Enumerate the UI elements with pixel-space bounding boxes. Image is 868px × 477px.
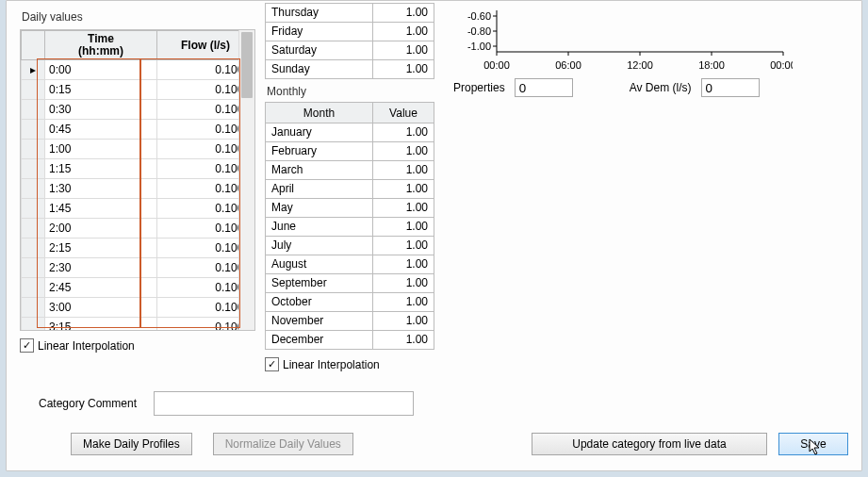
daily-scroll-thumb[interactable] (241, 32, 253, 98)
table-row[interactable]: 1:150.1000 (22, 159, 254, 179)
table-row[interactable]: 3:150.1000 (22, 318, 254, 331)
table-row[interactable]: 3:000.1000 (22, 298, 254, 318)
table-row[interactable]: June1.00 (266, 218, 434, 237)
month-cell[interactable]: October (266, 293, 373, 312)
table-row[interactable]: April1.00 (266, 180, 434, 199)
time-cell[interactable]: 2:15 (45, 238, 157, 258)
table-row[interactable]: May1.00 (266, 199, 434, 218)
month-value-cell[interactable]: 1.00 (373, 218, 434, 237)
time-cell[interactable]: 2:45 (45, 278, 157, 298)
month-value-cell[interactable]: 1.00 (373, 199, 434, 218)
normalize-daily-values-button[interactable]: Normalize Daily Values (213, 433, 353, 455)
value-header: Value (373, 103, 434, 123)
table-row[interactable]: 0:450.1000 (22, 120, 254, 140)
time-cell[interactable]: 2:00 (45, 219, 157, 238)
table-row[interactable]: ▸0:000.1000 (22, 60, 254, 80)
weekday-value-cell[interactable]: 1.00 (373, 41, 434, 60)
row-indicator (22, 219, 45, 238)
month-cell[interactable]: January (266, 123, 373, 142)
table-row[interactable]: 2:300.1000 (22, 258, 254, 278)
time-cell[interactable]: 0:15 (45, 80, 157, 100)
table-row[interactable]: December1.00 (266, 331, 434, 350)
category-comment-input[interactable] (154, 391, 414, 416)
svg-text:-0.60: -0.60 (467, 10, 491, 22)
month-value-cell[interactable]: 1.00 (373, 255, 434, 274)
table-row[interactable]: 2:150.1000 (22, 238, 254, 258)
time-cell[interactable]: 1:45 (45, 199, 157, 219)
avdem-label: Av Dem (l/s) (630, 81, 692, 94)
weekday-table[interactable]: Thursday1.00Friday1.00Saturday1.00Sunday… (265, 3, 434, 79)
row-indicator (22, 318, 45, 331)
time-cell[interactable]: 0:30 (45, 100, 157, 120)
weekday-cell[interactable]: Saturday (266, 41, 373, 60)
month-value-cell[interactable]: 1.00 (373, 293, 434, 312)
make-daily-profiles-button[interactable]: Make Daily Profiles (71, 433, 192, 455)
weekday-cell[interactable]: Sunday (266, 60, 373, 79)
weekday-value-cell[interactable]: 1.00 (373, 60, 434, 79)
time-cell[interactable]: 3:15 (45, 318, 157, 331)
table-row[interactable]: February1.00 (266, 142, 434, 161)
month-value-cell[interactable]: 1.00 (373, 274, 434, 293)
time-cell[interactable]: 2:30 (45, 258, 157, 278)
table-row[interactable]: 1:300.1000 (22, 179, 254, 199)
month-cell[interactable]: June (266, 218, 373, 237)
month-cell[interactable]: May (266, 199, 373, 218)
month-value-cell[interactable]: 1.00 (373, 312, 434, 331)
linear-interp-left[interactable]: Linear Interpolation (20, 338, 255, 353)
monthly-table[interactable]: Month Value January1.00February1.00March… (265, 102, 434, 350)
table-row[interactable]: Saturday1.00 (266, 41, 434, 60)
daily-table[interactable]: Time(hh:mm) Flow (l/s) ▸0:000.10000:150.… (21, 30, 254, 330)
month-cell[interactable]: August (266, 255, 373, 274)
table-row[interactable]: March1.00 (266, 161, 434, 180)
save-button[interactable]: Save (778, 433, 848, 455)
weekday-cell[interactable]: Friday (266, 23, 373, 41)
time-cell[interactable]: 1:30 (45, 179, 157, 199)
time-cell[interactable]: 1:00 (45, 140, 157, 159)
month-cell[interactable]: December (266, 331, 373, 350)
table-row[interactable]: Sunday1.00 (266, 60, 434, 79)
svg-text:00:00: 00:00 (483, 59, 510, 71)
time-cell[interactable]: 3:00 (45, 298, 157, 318)
time-cell[interactable]: 0:45 (45, 120, 157, 140)
month-cell[interactable]: November (266, 312, 373, 331)
table-row[interactable]: 2:450.1000 (22, 278, 254, 298)
month-cell[interactable]: July (266, 237, 373, 255)
weekday-value-cell[interactable]: 1.00 (373, 23, 434, 41)
month-value-cell[interactable]: 1.00 (373, 123, 434, 142)
month-value-cell[interactable]: 1.00 (373, 237, 434, 255)
month-cell[interactable]: April (266, 180, 373, 199)
svg-text:-1.00: -1.00 (467, 41, 491, 52)
table-row[interactable]: 1:450.1000 (22, 199, 254, 219)
row-indicator (22, 258, 45, 278)
table-row[interactable]: October1.00 (266, 293, 434, 312)
row-indicator: ▸ (22, 60, 45, 80)
table-row[interactable]: January1.00 (266, 123, 434, 142)
month-cell[interactable]: March (266, 161, 373, 180)
month-cell[interactable]: September (266, 274, 373, 293)
avdem-input[interactable] (701, 78, 760, 97)
month-value-cell[interactable]: 1.00 (373, 161, 434, 180)
time-cell[interactable]: 1:15 (45, 159, 157, 179)
update-category-button[interactable]: Update category from live data (532, 433, 767, 455)
weekday-value-cell[interactable]: 1.00 (373, 4, 434, 23)
weekday-cell[interactable]: Thursday (266, 4, 373, 23)
table-row[interactable]: November1.00 (266, 312, 434, 331)
linear-interp-right[interactable]: Linear Interpolation (265, 357, 434, 371)
properties-input[interactable] (515, 78, 573, 97)
time-cell[interactable]: 0:00 (45, 60, 157, 80)
table-row[interactable]: September1.00 (266, 274, 434, 293)
month-cell[interactable]: February (266, 142, 373, 161)
table-row[interactable]: 0:150.1000 (22, 80, 254, 100)
month-value-cell[interactable]: 1.00 (373, 331, 434, 350)
table-row[interactable]: 1:000.1000 (22, 140, 254, 159)
table-row[interactable]: 2:000.1000 (22, 219, 254, 238)
row-indicator (22, 298, 45, 318)
table-row[interactable]: August1.00 (266, 255, 434, 274)
table-row[interactable]: 0:300.1000 (22, 100, 254, 120)
table-row[interactable]: Friday1.00 (266, 23, 434, 41)
table-row[interactable]: Thursday1.00 (266, 4, 434, 23)
daily-scrollbar[interactable] (238, 30, 254, 330)
table-row[interactable]: July1.00 (266, 237, 434, 255)
month-value-cell[interactable]: 1.00 (373, 180, 434, 199)
month-value-cell[interactable]: 1.00 (373, 142, 434, 161)
